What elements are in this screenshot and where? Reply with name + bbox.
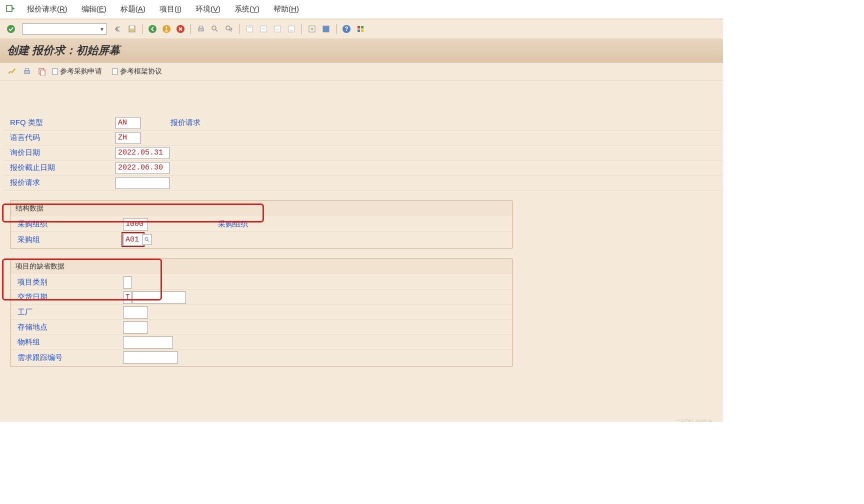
svg-rect-21: [361, 30, 364, 32]
row-rfq-date: 询价日期: [3, 146, 723, 160]
prev-page-icon[interactable]: [258, 23, 270, 35]
find-icon[interactable]: [209, 23, 221, 35]
row-item-cat: 项目类别: [10, 275, 512, 290]
watermark: CSDN @竹犬: [676, 418, 713, 422]
input-deliv-date-type[interactable]: [123, 292, 132, 304]
input-purch-org[interactable]: [123, 218, 148, 230]
svg-rect-12: [274, 26, 280, 32]
desc-rfq-type: 报价请求: [170, 118, 200, 128]
desc-purch-org: 采购组织: [218, 220, 248, 229]
label-purch-grp: 采购组: [10, 235, 123, 244]
collapse-icon[interactable]: [112, 23, 124, 35]
svg-point-8: [212, 26, 216, 30]
input-deliv-date[interactable]: [132, 292, 186, 304]
input-purch-grp[interactable]: [123, 234, 143, 246]
separator: [302, 24, 302, 34]
new-session-icon[interactable]: [306, 23, 318, 35]
row-plant: 工厂: [10, 305, 512, 320]
copy-icon[interactable]: [36, 66, 48, 78]
menu-rfq[interactable]: 报价请求(R): [20, 2, 74, 16]
row-lang: 语言代码: [3, 130, 723, 146]
row-rfq-type: RFQ 类型 报价请求: [3, 116, 723, 130]
page-title: 创建 报价求：初始屏幕: [0, 39, 723, 62]
svg-rect-19: [361, 26, 364, 28]
menu-system[interactable]: 系统(Y): [228, 2, 266, 16]
label-item-cat: 项目类别: [10, 278, 123, 287]
menu-item[interactable]: 项目(I): [152, 2, 188, 16]
svg-rect-7: [200, 26, 202, 28]
svg-text:?: ?: [344, 26, 348, 32]
label-lang: 语言代码: [3, 133, 116, 142]
label-deadline: 报价截止日期: [3, 163, 116, 172]
menu-help[interactable]: 帮助(H): [266, 2, 306, 16]
menu-edit[interactable]: 编辑(E): [74, 2, 114, 16]
first-page-icon[interactable]: [244, 23, 256, 35]
row-matl-grp: 物料组: [10, 335, 512, 350]
content-area: RFQ 类型 报价请求 语言代码 询价日期 报价截止日期 报价请求 结构数据 采…: [0, 80, 723, 422]
label-plant: 工厂: [10, 308, 123, 317]
label-rfq-no: 报价请求: [3, 178, 116, 188]
group-default-title: 项目的缺省数据: [10, 258, 512, 274]
find-next-icon[interactable]: [223, 23, 235, 35]
input-rfq-date[interactable]: [116, 147, 170, 159]
svg-point-22: [14, 68, 16, 70]
ref-outline-agreement[interactable]: 参考框架协议: [111, 67, 162, 76]
svg-rect-15: [323, 26, 329, 32]
search-help-icon[interactable]: [142, 234, 152, 245]
svg-rect-24: [26, 68, 28, 70]
header-fields: RFQ 类型 报价请求 语言代码 询价日期 报价截止日期 报价请求: [3, 86, 723, 190]
row-req-tracking: 需求跟踪编号: [10, 350, 512, 365]
svg-rect-18: [358, 26, 360, 28]
row-deadline: 报价截止日期: [3, 160, 723, 176]
label-stor-loc: 存储地点: [10, 322, 123, 332]
input-rfq-no[interactable]: [116, 177, 170, 189]
app-toolbar: 参考采购申请 参考框架协议: [0, 62, 723, 80]
separator: [190, 24, 191, 34]
enter-icon[interactable]: [5, 23, 17, 35]
system-toolbar: ▼ ?: [0, 19, 723, 39]
create-shortcut-icon[interactable]: [320, 23, 332, 35]
input-plant[interactable]: [123, 306, 148, 318]
input-deadline[interactable]: [116, 162, 170, 174]
menu-header[interactable]: 标题(A): [114, 2, 152, 16]
input-matl-grp[interactable]: [123, 336, 173, 348]
group-default: 项目的缺省数据 项目类别 交货日期 工厂 存储地点 物料组: [10, 258, 512, 366]
separator: [336, 24, 336, 34]
input-lang[interactable]: [116, 132, 140, 144]
back-icon[interactable]: [146, 23, 158, 35]
input-item-cat[interactable]: [123, 276, 132, 288]
layout-icon[interactable]: [354, 23, 366, 35]
label-rfq-type: RFQ 类型: [3, 118, 116, 128]
next-page-icon[interactable]: [272, 23, 284, 35]
group-org-title: 结构数据: [10, 200, 512, 216]
menu-env[interactable]: 环境(V): [188, 2, 228, 16]
cancel-icon[interactable]: [174, 23, 186, 35]
svg-point-0: [7, 25, 15, 33]
command-field[interactable]: ▼: [22, 24, 107, 34]
row-purch-grp: 采购组: [10, 232, 512, 247]
session-icon[interactable]: [5, 4, 15, 14]
save-icon[interactable]: [126, 23, 138, 35]
svg-point-3: [148, 25, 156, 33]
row-deliv-date: 交货日期: [10, 290, 512, 305]
overview-icon[interactable]: [6, 66, 18, 78]
print-icon[interactable]: [195, 23, 207, 35]
label-matl-grp: 物料组: [10, 338, 123, 347]
svg-rect-2: [130, 26, 134, 28]
last-page-icon[interactable]: [286, 23, 298, 35]
input-rfq-type[interactable]: [116, 117, 140, 129]
exit-icon[interactable]: [160, 23, 172, 35]
document-icon: [51, 68, 59, 76]
input-req-tracking[interactable]: [123, 352, 178, 364]
label-purch-org: 采购组织: [10, 220, 123, 229]
input-stor-loc[interactable]: [123, 322, 148, 334]
label-deliv-date: 交货日期: [10, 292, 123, 302]
dropdown-arrow-icon: ▼: [100, 26, 104, 32]
svg-rect-28: [112, 68, 118, 74]
ref-purchase-req[interactable]: 参考采购申请: [51, 67, 102, 76]
svg-rect-11: [260, 26, 266, 32]
print-preview-icon[interactable]: [21, 66, 33, 78]
svg-rect-6: [198, 28, 204, 31]
row-rfq-no: 报价请求: [3, 176, 723, 190]
help-icon[interactable]: ?: [340, 23, 352, 35]
